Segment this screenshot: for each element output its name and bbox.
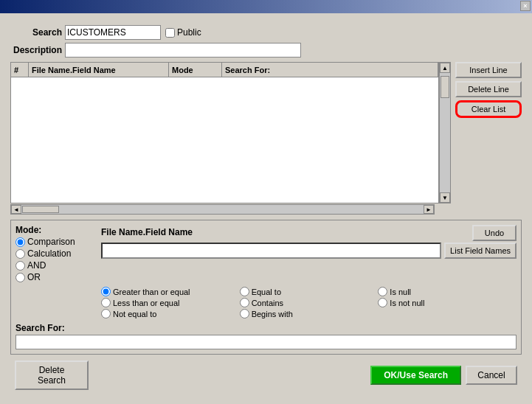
delete-search-button[interactable]: Delete Search [15,361,89,390]
mode-calculation: Calculation [15,248,97,259]
bottom-buttons: Delete Search OK/Use Search Cancel [10,361,522,390]
fieldname-section: File Name.Field Name Undo List Field Nam… [101,225,517,259]
search-row: Search Public [10,25,522,40]
right-buttons: Insert Line Delete Line Clear List [455,62,522,203]
scroll-left-btn[interactable]: ◄ [11,205,21,214]
mode-comparison-radio[interactable] [15,237,25,247]
mode-or-radio[interactable] [15,273,25,282]
search-input[interactable] [65,25,161,40]
dialog: × Search Public Description # File Name.… [0,0,532,404]
opt-contains-radio[interactable] [240,298,249,307]
undo-button[interactable]: Undo [472,225,517,241]
col-header-searchfor: Search For: [222,63,438,77]
mode-or-label: OR [27,272,41,282]
mode-title: Mode: [15,225,97,235]
opt-begins-with-radio[interactable] [240,309,249,318]
mode-group: Mode: Comparison Calculation AND [15,225,97,284]
public-checkbox[interactable] [165,28,175,38]
scroll-track[interactable] [440,73,450,192]
scroll-up-btn[interactable]: ▲ [440,63,450,73]
list-field-names-button[interactable]: List Field Names [444,243,517,259]
fieldname-label: File Name.Field Name [101,227,193,237]
h-scroll-track[interactable] [21,205,424,214]
mode-comparison: Comparison [15,237,97,247]
table-area: # File Name.Field Name Mode Search For: [10,62,439,203]
col-header-filename: File Name.Field Name [29,63,169,77]
col-header-mode: Mode [169,63,222,77]
description-row: Description [10,43,522,58]
opt-is-null: Is null [378,287,517,296]
horizontal-scrollbar[interactable]: ◄ ► [10,204,435,215]
opt-greater-equal-radio[interactable] [101,287,111,296]
mode-and-radio[interactable] [15,261,25,271]
search-for-label: Search For: [15,323,517,333]
cancel-button[interactable]: Cancel [466,366,517,385]
opt-not-equal: Not equal to [101,309,240,318]
title-bar: × [0,0,532,13]
opt-contains: Contains [240,298,379,307]
mode-comparison-label: Comparison [27,237,75,247]
opt-begins-with: Begins with [240,309,379,318]
close-icon[interactable]: × [520,1,531,11]
opt-equal-to: Equal to [240,287,379,296]
search-label: Search [10,27,62,38]
mode-or: OR [15,272,97,282]
mode-and: AND [15,260,97,271]
fieldname-input[interactable] [101,243,441,259]
h-scroll-thumb[interactable] [22,206,59,213]
delete-line-button[interactable]: Delete Line [455,81,522,97]
mode-calculation-label: Calculation [27,248,71,259]
description-input[interactable] [65,43,301,58]
mode-calculation-radio[interactable] [15,249,25,259]
clear-list-button[interactable]: Clear List [455,100,522,118]
opt-less-equal: Less than or equal [101,298,240,307]
ok-use-search-button[interactable]: OK/Use Search [370,366,461,385]
col-header-num: # [11,63,29,77]
public-check-group: Public [165,27,201,38]
opt-not-equal-radio[interactable] [101,309,111,318]
opt-is-not-null: Is not null [378,298,517,307]
table-container: # File Name.Field Name Mode Search For: … [10,62,522,203]
opt-less-equal-radio[interactable] [101,298,111,307]
insert-line-button[interactable]: Insert Line [455,62,522,78]
scroll-down-btn[interactable]: ▼ [440,192,450,203]
search-for-input[interactable] [15,335,517,349]
search-for-section: Search For: [15,323,517,349]
opt-equal-to-radio[interactable] [240,287,249,296]
comparison-options: Greater than or equal Equal to Is null L… [101,287,517,318]
opt-is-not-null-radio[interactable] [378,298,387,307]
public-label: Public [177,27,201,38]
description-label: Description [10,45,62,55]
opt-greater-equal: Greater than or equal [101,287,240,296]
mode-and-label: AND [27,260,46,271]
table-header: # File Name.Field Name Mode Search For: [11,63,438,77]
opt-is-null-radio[interactable] [378,287,387,296]
table-body[interactable] [11,77,438,203]
scroll-thumb[interactable] [441,76,449,98]
vertical-scrollbar[interactable]: ▲ ▼ [439,62,451,203]
scroll-right-btn[interactable]: ► [424,205,434,214]
